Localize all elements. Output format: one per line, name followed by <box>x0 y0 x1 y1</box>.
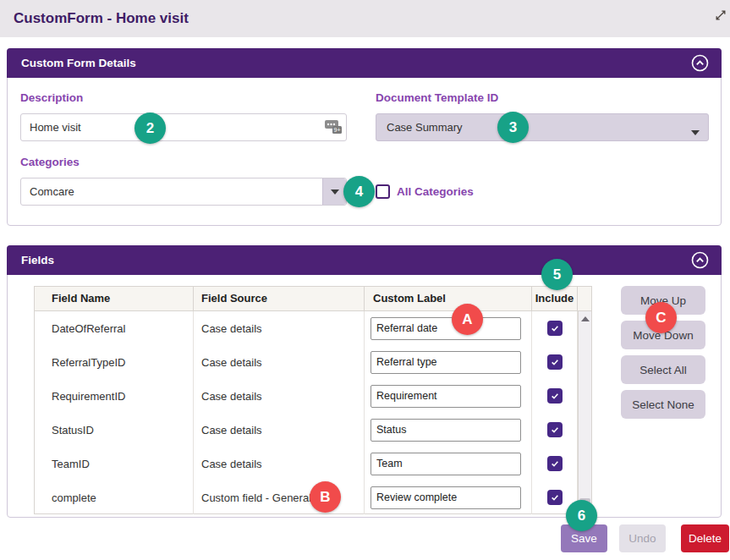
collapse-chevron-icon[interactable] <box>691 54 709 72</box>
field-name-cell: TeamID <box>35 447 194 480</box>
table-scrollbar[interactable] <box>578 311 591 513</box>
callout-badge-a: A <box>452 304 483 335</box>
checkmark-icon <box>550 357 560 367</box>
checkmark-icon <box>550 391 560 401</box>
include-checkbox[interactable] <box>547 354 563 370</box>
step-badge-2: 2 <box>134 113 166 144</box>
include-checkbox[interactable] <box>547 422 563 437</box>
all-categories-checkbox[interactable] <box>376 184 390 199</box>
fields-table-header: Field Name Field Source Custom Label Inc… <box>35 287 591 311</box>
callout-badge-c: C <box>645 302 677 333</box>
document-template-select[interactable]: Case Summary <box>376 113 709 141</box>
panel-title: Custom Form Details <box>21 48 136 78</box>
categories-value: Comcare <box>30 178 74 205</box>
delete-button[interactable]: Delete <box>681 524 729 552</box>
document-template-label: Document Template ID <box>376 91 498 104</box>
text-suggestions-icon[interactable]: 9+ <box>323 118 343 136</box>
table-row: TeamID Case details <box>35 447 591 480</box>
checkmark-icon <box>550 492 560 502</box>
field-source-cell: Case details <box>194 311 365 345</box>
include-checkbox[interactable] <box>547 321 563 336</box>
description-input[interactable] <box>20 113 347 141</box>
column-header-include: Include <box>532 287 578 310</box>
step-badge-4: 4 <box>343 176 375 207</box>
field-name-cell: DateOfReferral <box>35 311 194 345</box>
select-none-button[interactable]: Select None <box>621 390 705 419</box>
titlebar: CustomForm - Home visit <box>0 0 730 37</box>
column-header-custom-label: Custom Label <box>365 287 532 310</box>
checkmark-icon <box>550 323 560 333</box>
select-all-button[interactable]: Select All <box>621 355 705 384</box>
custom-label-input[interactable] <box>370 486 521 509</box>
custom-label-input[interactable] <box>370 317 521 340</box>
all-categories-label: All Categories <box>397 185 474 198</box>
categories-dropdown-button[interactable] <box>322 178 346 205</box>
scroll-up-arrow-icon[interactable] <box>581 316 590 321</box>
checkmark-icon <box>550 458 560 469</box>
caret-down-icon <box>691 125 700 138</box>
step-badge-3: 3 <box>497 112 529 143</box>
table-row: DateOfReferral Case details <box>35 311 591 345</box>
table-row: ReferralTypeID Case details <box>35 345 591 379</box>
field-name-cell: ReferralTypeID <box>35 345 194 379</box>
collapse-chevron-icon[interactable] <box>691 251 709 269</box>
diagonal-resize-icon[interactable] <box>715 9 727 21</box>
field-source-cell: Case details <box>194 413 365 447</box>
field-source-cell: Case details <box>194 447 365 480</box>
custom-label-input[interactable] <box>370 419 521 442</box>
callout-badge-b: B <box>310 481 341 513</box>
step-badge-6: 6 <box>566 500 597 531</box>
custom-label-input[interactable] <box>370 351 521 374</box>
field-source-cell: Case details <box>194 345 365 379</box>
description-label: Description <box>20 91 83 104</box>
column-header-field-name: Field Name <box>35 287 194 310</box>
document-template-value: Case Summary <box>387 114 463 140</box>
field-name-cell: RequirementID <box>35 379 194 413</box>
categories-select[interactable]: Comcare <box>20 178 347 206</box>
page-title: CustomForm - Home visit <box>14 0 189 37</box>
fields-header: Fields <box>7 245 722 275</box>
fields-table: Field Name Field Source Custom Label Inc… <box>34 286 592 514</box>
include-checkbox[interactable] <box>547 388 563 404</box>
step-badge-5: 5 <box>541 259 573 290</box>
column-header-field-source: Field Source <box>194 287 365 310</box>
svg-text:9+: 9+ <box>334 127 341 133</box>
table-row: StatusID Case details <box>35 413 591 447</box>
field-name-cell: StatusID <box>35 413 194 447</box>
undo-button[interactable]: Undo <box>619 524 666 552</box>
include-checkbox[interactable] <box>547 456 563 471</box>
categories-label: Categories <box>20 156 80 168</box>
custom-label-input[interactable] <box>370 453 521 475</box>
custom-label-input[interactable] <box>370 385 521 408</box>
customform-window: CustomForm - Home visit Custom Form Deta… <box>0 0 730 560</box>
checkmark-icon <box>550 425 560 435</box>
field-source-cell: Case details <box>194 379 365 413</box>
include-checkbox[interactable] <box>547 490 563 505</box>
custom-form-details-header: Custom Form Details <box>7 48 722 78</box>
field-name-cell: complete <box>35 480 194 514</box>
panel-title: Fields <box>21 245 54 275</box>
table-row: RequirementID Case details <box>35 379 591 413</box>
